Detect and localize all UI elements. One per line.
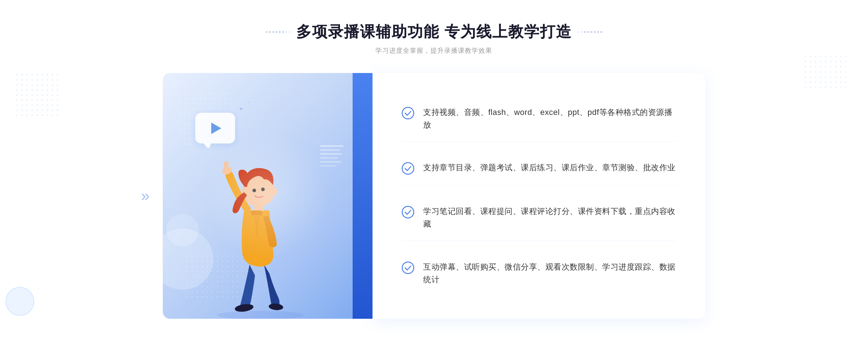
feature-text-2: 支持章节目录、弹题考试、课后练习、课后作业、章节测验、批改作业	[423, 161, 676, 174]
illustration-inner: ✦ ✦	[163, 73, 373, 319]
page-wrapper: 多项录播课辅助功能 专为线上教学打造 学习进度全掌握，提升录播课教学效果 »	[0, 0, 868, 352]
feature-text-4: 互动弹幕、试听购买、微信分享、观看次数限制、学习进度跟踪、数据统计	[423, 261, 676, 286]
header-section: 多项录播课辅助功能 专为线上教学打造 学习进度全掌握，提升录播课教学效果	[266, 22, 602, 55]
bg-dots-right	[803, 54, 846, 90]
svg-point-10	[402, 163, 414, 174]
check-circle-icon-4	[401, 261, 414, 274]
feature-text-1: 支持视频、音频、flash、word、excel、ppt、pdf等各种格式的资源…	[423, 106, 676, 131]
svg-point-2	[268, 303, 283, 310]
feature-text-3: 学习笔记回看、课程提问、课程评论打分、课件资料下载，重点内容收藏	[423, 205, 676, 230]
svg-point-11	[402, 206, 414, 218]
check-circle-icon-1	[401, 107, 414, 120]
svg-point-12	[402, 262, 414, 274]
check-circle-icon-2	[401, 162, 414, 175]
svg-point-0	[217, 311, 304, 319]
page-title: 多项录播课辅助功能 专为线上教学打造	[296, 22, 572, 42]
bg-dots-left	[14, 72, 61, 119]
bg-circle-left	[5, 287, 34, 316]
features-panel: 支持视频、音频、flash、word、excel、ppt、pdf等各种格式的资源…	[373, 73, 705, 319]
glow-effect	[204, 133, 331, 259]
header-dots-right	[578, 31, 602, 33]
spark-icon-1: ✦	[239, 106, 243, 112]
header-title-row: 多项录播课辅助功能 专为线上教学打造	[266, 22, 602, 42]
feature-item-4: 互动弹幕、试听购买、微信分享、观看次数限制、学习进度跟踪、数据统计	[401, 250, 676, 296]
illustration-panel: ✦ ✦	[163, 73, 373, 319]
blue-accent-bar	[353, 73, 373, 319]
main-content: » ✦ ✦	[163, 73, 705, 319]
check-circle-icon-3	[401, 206, 414, 219]
header-dots-left	[266, 31, 290, 33]
feature-item-1: 支持视频、音频、flash、word、excel、ppt、pdf等各种格式的资源…	[401, 96, 676, 142]
left-chevron-icon: »	[141, 187, 149, 205]
page-subtitle: 学习进度全掌握，提升录播课教学效果	[266, 46, 602, 55]
feature-item-2: 支持章节目录、弹题考试、课后练习、课后作业、章节测验、批改作业	[401, 151, 676, 185]
svg-point-9	[402, 107, 414, 119]
feature-item-3: 学习笔记回看、课程提问、课程评论打分、课件资料下载，重点内容收藏	[401, 195, 676, 241]
spark-icon-2: ✦	[248, 100, 251, 104]
